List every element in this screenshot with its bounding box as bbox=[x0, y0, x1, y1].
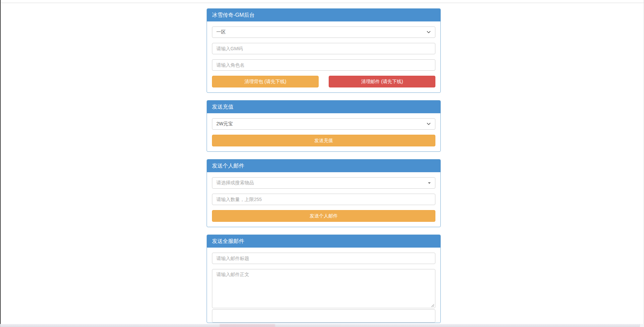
clear-bag-button[interactable]: 清理背包 (请先下线) bbox=[212, 76, 319, 87]
server-select[interactable]: 一区 bbox=[212, 26, 435, 38]
panel-personal-mail: 发送个人邮件 请选择或搜索物品 发送个人邮件 bbox=[207, 159, 441, 227]
gm-code-input[interactable] bbox=[212, 43, 435, 54]
gm-actions-row: 清理背包 (请先下线) 清理邮件 (请先下线) bbox=[212, 76, 435, 87]
mail-body-textarea[interactable] bbox=[212, 269, 435, 308]
quantity-input[interactable] bbox=[212, 194, 435, 205]
quantity-group bbox=[212, 194, 435, 205]
clear-mail-button[interactable]: 清理邮件 (请先下线) bbox=[329, 76, 435, 87]
panel-server-mail-body bbox=[207, 248, 440, 323]
send-recharge-group: 发送充值 bbox=[212, 135, 435, 146]
recharge-amount-select[interactable]: 2W元宝 bbox=[212, 118, 435, 130]
panel-gm-title: 冰雪传奇-GM后台 bbox=[207, 9, 440, 21]
panel-recharge-title: 发送充值 bbox=[207, 101, 440, 113]
panel-personal-mail-body: 请选择或搜索物品 发送个人邮件 bbox=[207, 172, 440, 222]
role-name-input[interactable] bbox=[212, 59, 435, 71]
panel-gm-backend: 冰雪传奇-GM后台 一区 清理背包 (请先下线) 清理邮件 (请先下线) bbox=[207, 8, 441, 93]
panel-personal-mail-title: 发送个人邮件 bbox=[207, 159, 440, 172]
item-select-group: 请选择或搜索物品 bbox=[212, 177, 435, 189]
main-column: 冰雪传奇-GM后台 一区 清理背包 (请先下线) 清理邮件 (请先下线) 发送充… bbox=[207, 0, 441, 323]
scrollbar-corner bbox=[640, 324, 644, 327]
server-select-group: 一区 bbox=[212, 26, 435, 38]
send-personal-mail-button[interactable]: 发送个人邮件 bbox=[212, 210, 435, 222]
left-frame-line bbox=[0, 0, 1, 327]
dropdown-arrow-icon bbox=[428, 182, 431, 184]
send-personal-mail-group: 发送个人邮件 bbox=[212, 210, 435, 222]
scrollbar-tint bbox=[220, 324, 275, 327]
top-divider-line bbox=[0, 3, 644, 3]
horizontal-scrollbar[interactable] bbox=[0, 324, 644, 327]
item-select-placeholder: 请选择或搜索物品 bbox=[216, 180, 254, 185]
panel-recharge-body: 2W元宝 发送充值 bbox=[207, 113, 440, 146]
role-name-group bbox=[212, 59, 435, 71]
mail-body-group bbox=[212, 269, 435, 308]
mail-title-input[interactable] bbox=[212, 253, 435, 264]
gm-code-group bbox=[212, 43, 435, 54]
panel-gm-body: 一区 清理背包 (请先下线) 清理邮件 (请先下线) bbox=[207, 21, 440, 87]
panel-send-recharge: 发送充值 2W元宝 发送充值 bbox=[207, 100, 441, 152]
mail-title-group bbox=[212, 253, 435, 264]
panel-server-mail: 发送全服邮件 bbox=[207, 235, 441, 323]
panel-server-mail-title: 发送全服邮件 bbox=[207, 235, 440, 248]
send-recharge-button[interactable]: 发送充值 bbox=[212, 135, 435, 146]
recharge-amount-group: 2W元宝 bbox=[212, 118, 435, 130]
mail-extra-input-partial[interactable] bbox=[212, 309, 435, 323]
item-select[interactable]: 请选择或搜索物品 bbox=[212, 177, 435, 189]
